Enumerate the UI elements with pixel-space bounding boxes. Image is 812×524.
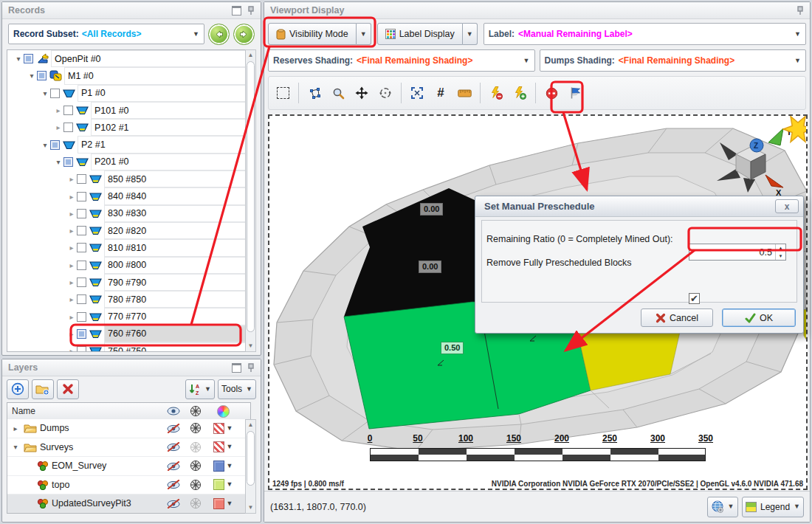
name-column-header[interactable]: Name bbox=[7, 406, 162, 416]
expander-closed-icon[interactable]: ▸ bbox=[66, 227, 77, 235]
spin-up-arrow[interactable]: ▲ bbox=[776, 244, 785, 252]
pin-icon[interactable] bbox=[796, 6, 804, 15]
expander-open-icon[interactable]: ▾ bbox=[13, 55, 24, 63]
visibility-mode-button[interactable]: Visibility Mode bbox=[268, 23, 357, 45]
scrollbar-thumb[interactable] bbox=[247, 61, 255, 332]
tree-checkbox[interactable] bbox=[77, 209, 86, 218]
view-orientation-button[interactable]: ▼ bbox=[707, 497, 738, 517]
layer-color-picker[interactable]: ▼ bbox=[207, 441, 239, 452]
tree-row-790-790[interactable]: ▸790 #790 bbox=[7, 274, 250, 291]
remove-preschedule-button[interactable] bbox=[485, 80, 507, 106]
tree-checkbox[interactable] bbox=[77, 174, 86, 184]
tree-row-p101-0[interactable]: ▸P101 #0 bbox=[7, 102, 250, 119]
expander-closed-icon[interactable]: ▸ bbox=[66, 278, 77, 286]
tree-checkbox[interactable] bbox=[77, 277, 86, 287]
scroll-down-arrow[interactable]: ▼ bbox=[246, 341, 255, 351]
rotate-tool-button[interactable] bbox=[374, 80, 396, 106]
color-swatch-hatch-red[interactable] bbox=[213, 423, 224, 434]
layer-shading-toggle[interactable] bbox=[185, 460, 207, 472]
add-preschedule-button[interactable] bbox=[509, 80, 531, 106]
ok-button[interactable]: OK bbox=[722, 308, 796, 327]
layer-color-picker[interactable]: ▼ bbox=[207, 423, 239, 434]
select-marquee-button[interactable] bbox=[272, 80, 294, 106]
zoom-extents-button[interactable] bbox=[406, 80, 428, 106]
scroll-up-arrow[interactable]: ▲ bbox=[246, 50, 255, 61]
layer-row-surveys[interactable]: ▾Surveys▼ bbox=[7, 438, 250, 458]
layer-visibility-toggle[interactable] bbox=[162, 480, 185, 489]
grid-toggle-button[interactable]: # bbox=[430, 80, 452, 106]
scrollbar-thumb[interactable] bbox=[247, 431, 255, 486]
layer-row-eom_survey[interactable]: EOM_Survey▼ bbox=[7, 457, 250, 476]
tree-row-openpit-0[interactable]: ▾OpenPit #0 bbox=[7, 50, 250, 67]
tree-row-840-840[interactable]: ▸840 #840 bbox=[7, 187, 250, 204]
expander-closed-icon[interactable]: ▸ bbox=[66, 295, 77, 303]
layer-row-topo[interactable]: topo▼ bbox=[7, 476, 250, 495]
label-display-button[interactable]: Label Display bbox=[377, 23, 463, 45]
expander-closed-icon[interactable]: ▸ bbox=[66, 330, 77, 338]
tree-checkbox[interactable] bbox=[50, 140, 60, 150]
layer-visibility-toggle[interactable] bbox=[162, 499, 185, 509]
layer-visibility-toggle[interactable] bbox=[162, 461, 185, 471]
tree-checkbox[interactable] bbox=[63, 123, 73, 132]
color-swatch-salmon[interactable] bbox=[213, 498, 224, 509]
tree-checkbox[interactable] bbox=[77, 192, 86, 201]
tools-button[interactable]: Tools ▼ bbox=[218, 379, 256, 399]
layer-visibility-toggle[interactable] bbox=[162, 424, 185, 433]
tree-row-830-830[interactable]: ▸830 #830 bbox=[7, 205, 250, 222]
tree-checkbox[interactable] bbox=[77, 243, 86, 252]
record-subset-combo[interactable]: Record Subset: <All Records> ▼ bbox=[8, 24, 204, 44]
next-record-button[interactable] bbox=[233, 24, 255, 45]
reserves-shading-combo[interactable]: Reserves Shading: <Final Remaining Shadi… bbox=[268, 49, 535, 72]
layer-row-dumps[interactable]: ▸Dumps▼ bbox=[7, 419, 250, 438]
add-folder-button[interactable] bbox=[32, 379, 54, 399]
layer-visibility-toggle[interactable] bbox=[162, 442, 185, 452]
records-tree-scrollbar[interactable]: ▲ ▼ bbox=[245, 49, 256, 352]
tree-checkbox[interactable] bbox=[77, 226, 86, 235]
tree-row-750-750[interactable]: ▸750 #750 bbox=[7, 342, 250, 352]
expander-closed-icon[interactable]: ▸ bbox=[53, 123, 63, 131]
layer-color-picker[interactable]: ▼ bbox=[207, 461, 239, 472]
expander-open-icon[interactable]: ▾ bbox=[27, 72, 37, 80]
layer-shading-toggle[interactable] bbox=[185, 441, 207, 453]
expander-closed-icon[interactable]: ▸ bbox=[66, 175, 77, 183]
layers-scrollbar[interactable]: ▲ ▼ bbox=[245, 419, 256, 514]
tree-checkbox[interactable] bbox=[77, 261, 86, 270]
expander-closed-icon[interactable]: ▸ bbox=[66, 210, 77, 218]
expander-open-icon[interactable]: ▾ bbox=[53, 158, 63, 166]
expander-closed-icon[interactable]: ▸ bbox=[66, 347, 77, 352]
expander-closed-icon[interactable]: ▸ bbox=[53, 106, 63, 114]
tree-checkbox[interactable] bbox=[50, 89, 60, 98]
scroll-up-arrow[interactable]: ▲ bbox=[246, 420, 255, 430]
tree-checkbox[interactable] bbox=[77, 294, 86, 304]
set-manual-preschedule-button[interactable] bbox=[564, 80, 586, 106]
legend-button[interactable]: Legend ▼ bbox=[742, 497, 804, 517]
tree-checkbox[interactable] bbox=[77, 329, 86, 339]
tree-row-780-780[interactable]: ▸780 #780 bbox=[7, 291, 250, 308]
pin-icon[interactable] bbox=[247, 6, 255, 15]
expander-closed-icon[interactable]: ▸ bbox=[66, 193, 77, 201]
layer-row-updatedsurveypit3[interactable]: UpdatedSurveyPit3▼ bbox=[7, 494, 250, 514]
layer-color-picker[interactable]: ▼ bbox=[207, 479, 239, 490]
tree-row-850-850[interactable]: ▸850 #850 bbox=[7, 170, 250, 187]
delete-layer-button[interactable] bbox=[57, 379, 79, 399]
pan-tool-button[interactable] bbox=[351, 80, 373, 106]
cancel-button[interactable]: Cancel bbox=[641, 308, 713, 327]
sort-button[interactable]: AZ ▼ bbox=[185, 379, 215, 399]
expander-closed-icon[interactable]: ▸ bbox=[66, 261, 77, 269]
color-swatch-blue[interactable] bbox=[213, 461, 224, 472]
tree-row-p1-0[interactable]: ▾P1 #0 bbox=[7, 85, 250, 102]
tree-row-760-760[interactable]: ▸760 #760 bbox=[7, 325, 250, 342]
tree-checkbox[interactable] bbox=[37, 71, 47, 80]
tree-checkbox[interactable] bbox=[77, 346, 86, 352]
minimize-icon[interactable] bbox=[232, 363, 241, 373]
tree-row-800-800[interactable]: ▸800 #800 bbox=[7, 257, 250, 274]
remove-blocks-checkbox[interactable]: ✔ bbox=[689, 293, 700, 304]
expander-closed-icon[interactable]: ▸ bbox=[66, 244, 77, 252]
tree-row-810-810[interactable]: ▸810 #810 bbox=[7, 239, 250, 256]
previous-record-button[interactable] bbox=[208, 24, 230, 45]
tree-row-p2-1[interactable]: ▾P2 #1 bbox=[7, 136, 250, 153]
tree-checkbox[interactable] bbox=[63, 106, 73, 115]
add-layer-button[interactable] bbox=[7, 379, 29, 399]
tree-checkbox[interactable] bbox=[24, 54, 33, 63]
color-swatch-hatch-red[interactable] bbox=[213, 441, 224, 452]
